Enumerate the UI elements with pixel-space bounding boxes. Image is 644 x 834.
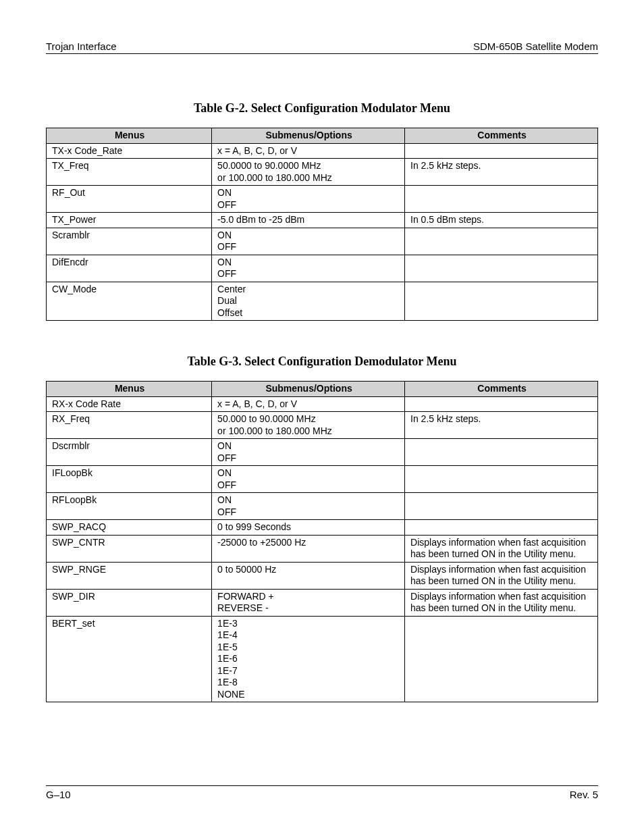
table1-caption: Table G-2. Select Configuration Modulato… [46, 101, 598, 115]
table-row: TX-x Code_Ratex = A, B, C, D, or V [47, 143, 598, 159]
cell-comment [405, 520, 598, 536]
cell-menu: RF_Out [47, 186, 212, 213]
table-row: SWP_RNGE0 to 50000 HzDisplays informatio… [47, 562, 598, 589]
cell-sub: ONOFF [212, 493, 405, 520]
cell-menu: RFLoopBk [47, 493, 212, 520]
cell-sub: CenterDualOffset [212, 282, 405, 321]
col-menus: Menus [47, 128, 212, 144]
cell-menu: TX_Power [47, 213, 212, 228]
table-row: TX_Power-5.0 dBm to -25 dBmIn 0.5 dBm st… [47, 213, 598, 228]
cell-sub: 0 to 999 Seconds [212, 520, 405, 536]
table2-body: RX-x Code Ratex = A, B, C, D, or VRX_Fre… [47, 396, 598, 702]
table-row: IFLoopBkONOFF [47, 466, 598, 493]
table-row: RF_OutONOFF [47, 186, 598, 213]
col-menus: Menus [47, 382, 212, 397]
cell-menu: BERT_set [47, 616, 212, 702]
cell-menu: DifEncdr [47, 255, 212, 282]
cell-sub: ONOFF [212, 186, 405, 213]
cell-comment [405, 439, 598, 466]
table-row: CW_ModeCenterDualOffset [47, 282, 598, 321]
cell-sub: ONOFF [212, 228, 405, 255]
cell-menu: SWP_RACQ [47, 520, 212, 536]
header-right: SDM-650B Satellite Modem [473, 41, 598, 52]
table2-header-row: Menus Submenus/Options Comments [47, 382, 598, 397]
cell-menu: Scramblr [47, 228, 212, 255]
page-footer: G–10 Rev. 5 [46, 785, 598, 800]
table2-caption: Table G-3. Select Configuration Demodula… [46, 355, 598, 369]
footer-left: G–10 [46, 789, 71, 800]
cell-comment: Displays information when fast acquisiti… [405, 535, 598, 562]
page: Trojan Interface SDM-650B Satellite Mode… [0, 0, 644, 834]
cell-comment [405, 255, 598, 282]
table-row: RFLoopBkONOFF [47, 493, 598, 520]
cell-comment: In 0.5 dBm steps. [405, 213, 598, 228]
cell-comment [405, 186, 598, 213]
cell-comment [405, 396, 598, 412]
table-row: DscrmblrONOFF [47, 439, 598, 466]
cell-menu: IFLoopBk [47, 466, 212, 493]
cell-sub: -25000 to +25000 Hz [212, 535, 405, 562]
table-row: ScramblrONOFF [47, 228, 598, 255]
cell-comment [405, 143, 598, 159]
cell-sub: x = A, B, C, D, or V [212, 143, 405, 159]
col-comments: Comments [405, 382, 598, 397]
header-left: Trojan Interface [46, 41, 117, 52]
table-row: SWP_DIRFORWARD +REVERSE -Displays inform… [47, 589, 598, 616]
cell-sub: ONOFF [212, 439, 405, 466]
table-row: RX-x Code Ratex = A, B, C, D, or V [47, 396, 598, 412]
cell-sub: FORWARD +REVERSE - [212, 589, 405, 616]
cell-sub: 0 to 50000 Hz [212, 562, 405, 589]
table-row: SWP_RACQ0 to 999 Seconds [47, 520, 598, 536]
cell-menu: RX_Freq [47, 412, 212, 439]
col-comments: Comments [405, 128, 598, 144]
cell-comment [405, 282, 598, 321]
cell-sub: 50.0000 to 90.0000 MHzor 100.000 to 180.… [212, 159, 405, 186]
cell-sub: -5.0 dBm to -25 dBm [212, 213, 405, 228]
cell-comment [405, 466, 598, 493]
cell-menu: Dscrmblr [47, 439, 212, 466]
cell-menu: SWP_RNGE [47, 562, 212, 589]
cell-menu: RX-x Code Rate [47, 396, 212, 412]
cell-sub: 1E-31E-41E-51E-61E-71E-8NONE [212, 616, 405, 702]
cell-menu: CW_Mode [47, 282, 212, 321]
table1-header-row: Menus Submenus/Options Comments [47, 128, 598, 144]
table2: Menus Submenus/Options Comments RX-x Cod… [46, 381, 598, 702]
table1-body: TX-x Code_Ratex = A, B, C, D, or VTX_Fre… [47, 143, 598, 321]
cell-menu: TX-x Code_Rate [47, 143, 212, 159]
cell-sub: ONOFF [212, 255, 405, 282]
cell-menu: SWP_CNTR [47, 535, 212, 562]
cell-comment: In 2.5 kHz steps. [405, 159, 598, 186]
cell-sub: ONOFF [212, 466, 405, 493]
col-submenus: Submenus/Options [212, 128, 405, 144]
table-row: RX_Freq50.000 to 90.0000 MHzor 100.000 t… [47, 412, 598, 439]
cell-menu: TX_Freq [47, 159, 212, 186]
table-row: BERT_set1E-31E-41E-51E-61E-71E-8NONE [47, 616, 598, 702]
cell-comment [405, 616, 598, 702]
table-row: TX_Freq50.0000 to 90.0000 MHzor 100.000 … [47, 159, 598, 186]
cell-menu: SWP_DIR [47, 589, 212, 616]
cell-comment: Displays information when fast acquisiti… [405, 589, 598, 616]
table-row: DifEncdrONOFF [47, 255, 598, 282]
col-submenus: Submenus/Options [212, 382, 405, 397]
footer-right: Rev. 5 [570, 789, 598, 800]
cell-comment: Displays information when fast acquisiti… [405, 562, 598, 589]
cell-sub: x = A, B, C, D, or V [212, 396, 405, 412]
table1: Menus Submenus/Options Comments TX-x Cod… [46, 128, 598, 321]
cell-sub: 50.000 to 90.0000 MHzor 100.000 to 180.0… [212, 412, 405, 439]
cell-comment [405, 493, 598, 520]
cell-comment [405, 228, 598, 255]
cell-comment: In 2.5 kHz steps. [405, 412, 598, 439]
table-row: SWP_CNTR-25000 to +25000 HzDisplays info… [47, 535, 598, 562]
page-header: Trojan Interface SDM-650B Satellite Mode… [46, 41, 598, 54]
